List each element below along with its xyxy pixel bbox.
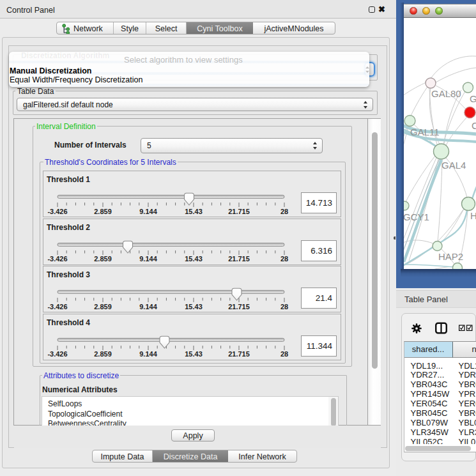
- svg-text:GA: GA: [470, 93, 476, 104]
- svg-text:C: C: [472, 120, 476, 131]
- svg-text:GAL11: GAL11: [410, 127, 440, 137]
- svg-text:GCY1: GCY1: [404, 211, 429, 222]
- svg-text:H: H: [470, 210, 476, 221]
- svg-text:HAP2: HAP2: [438, 251, 463, 262]
- svg-text:GAL4: GAL4: [441, 160, 466, 171]
- svg-text:GAL80: GAL80: [431, 88, 461, 99]
